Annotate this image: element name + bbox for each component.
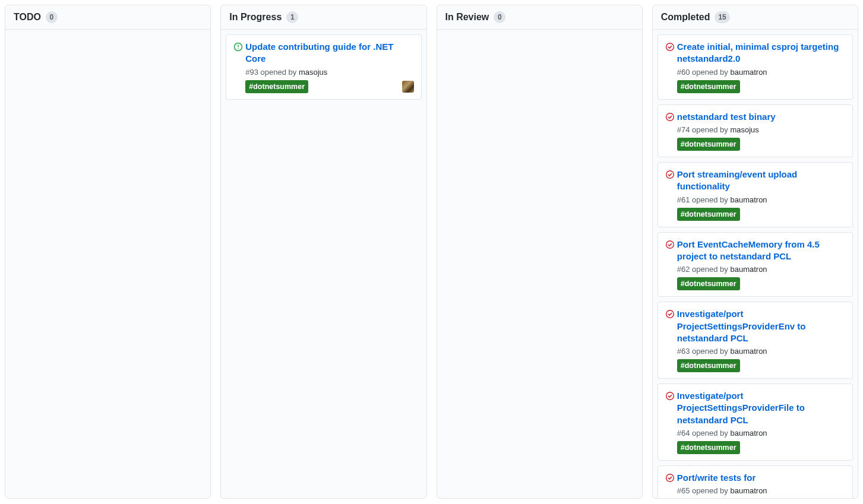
issue-author[interactable]: baumatron — [730, 347, 767, 356]
board-column: Completed15Create initial, minimal cspro… — [652, 5, 858, 499]
meta-prefix: opened by — [692, 347, 728, 356]
issue-meta: #74 opened by masojus — [677, 125, 845, 134]
label-row: #dotnetsummer — [245, 80, 413, 93]
issue-author[interactable]: baumatron — [730, 265, 767, 274]
svg-point-2 — [238, 48, 239, 49]
column-body — [5, 29, 210, 498]
issue-meta: #62 opened by baumatron — [677, 265, 845, 274]
issue-label[interactable]: #dotnetsummer — [677, 138, 740, 151]
label-row: #dotnetsummer — [677, 208, 845, 221]
issue-author[interactable]: masojus — [299, 68, 327, 77]
meta-prefix: opened by — [692, 195, 728, 204]
column-title: In Review — [445, 12, 489, 23]
column-title: TODO — [14, 12, 41, 23]
issue-title-link[interactable]: Port EventCacheMemory from 4.5 project t… — [677, 239, 820, 261]
board-column: In Progress1Update contributing guide fo… — [220, 5, 426, 499]
meta-prefix: opened by — [692, 429, 728, 438]
label-row: #dotnetsummer — [677, 80, 845, 93]
issue-author[interactable]: masojus — [730, 125, 758, 134]
issue-title-link[interactable]: Port streaming/event upload functionalit… — [677, 169, 798, 191]
column-body: Update contributing guide for .NET Core#… — [221, 29, 426, 498]
issue-title-link[interactable]: netstandard test binary — [677, 112, 776, 122]
issue-number: #64 — [677, 429, 690, 438]
meta-prefix: opened by — [692, 68, 728, 77]
issue-card[interactable]: Update contributing guide for .NET Core#… — [226, 34, 421, 100]
issue-meta: #93 opened by masojus — [245, 68, 413, 77]
meta-prefix: opened by — [692, 125, 728, 134]
column-body — [437, 29, 642, 498]
issue-author[interactable]: baumatron — [730, 429, 767, 438]
label-row: #dotnetsummer — [677, 441, 845, 454]
issue-open-icon — [233, 42, 245, 52]
column-title: In Progress — [229, 12, 282, 23]
issue-card[interactable]: Port EventCacheMemory from 4.5 project t… — [657, 232, 853, 297]
issue-author[interactable]: baumatron — [730, 195, 767, 204]
board-column: In Review0 — [437, 5, 643, 499]
issue-card[interactable]: Investigate/port ProjectSettingsProvider… — [657, 302, 853, 379]
issue-number: #63 — [677, 347, 690, 356]
column-header: In Progress1 — [221, 5, 426, 29]
issue-number: #93 — [245, 68, 258, 77]
issue-card[interactable]: Port/write tests for#65 opened by baumat… — [657, 465, 853, 498]
issue-number: #61 — [677, 195, 690, 204]
issue-number: #74 — [677, 125, 690, 134]
issue-card[interactable]: Create initial, minimal csproj targeting… — [657, 34, 853, 100]
issue-number: #60 — [677, 68, 690, 77]
issue-closed-icon — [665, 391, 677, 401]
issue-closed-icon — [665, 170, 677, 179]
issue-author[interactable]: baumatron — [730, 486, 767, 495]
issue-title-link[interactable]: Investigate/port ProjectSettingsProvider… — [677, 309, 806, 343]
issue-meta: #60 opened by baumatron — [677, 68, 845, 77]
column-count-badge: 1 — [286, 11, 298, 23]
issue-number: #65 — [677, 486, 690, 495]
column-body[interactable]: Create initial, minimal csproj targeting… — [653, 29, 858, 498]
label-row: #dotnetsummer — [677, 359, 845, 372]
issue-meta: #61 opened by baumatron — [677, 195, 845, 204]
issue-label[interactable]: #dotnetsummer — [677, 80, 740, 93]
meta-prefix: opened by — [261, 68, 297, 77]
issue-label[interactable]: #dotnetsummer — [677, 359, 740, 372]
issue-label[interactable]: #dotnetsummer — [677, 441, 740, 454]
issue-closed-icon — [665, 240, 677, 249]
column-count-badge: 0 — [46, 11, 58, 23]
issue-label[interactable]: #dotnetsummer — [677, 208, 740, 221]
issue-author[interactable]: baumatron — [730, 68, 767, 77]
issue-closed-icon — [665, 112, 677, 122]
issue-label[interactable]: #dotnetsummer — [245, 80, 308, 93]
issue-number: #62 — [677, 265, 690, 274]
issue-closed-icon — [665, 473, 677, 483]
issue-label[interactable]: #dotnetsummer — [677, 277, 740, 290]
board-column: TODO0 — [5, 5, 211, 499]
meta-prefix: opened by — [692, 265, 728, 274]
column-count-badge: 0 — [494, 11, 505, 23]
assignee-avatar[interactable] — [402, 81, 414, 93]
issue-title-link[interactable]: Update contributing guide for .NET Core — [245, 42, 393, 64]
project-board: TODO0In Progress1Update contributing gui… — [5, 5, 858, 499]
issue-meta: #64 opened by baumatron — [677, 429, 845, 438]
issue-title-link[interactable]: Investigate/port ProjectSettingsProvider… — [677, 391, 805, 425]
label-row: #dotnetsummer — [677, 277, 845, 290]
issue-card[interactable]: Port streaming/event upload functionalit… — [657, 162, 853, 227]
issue-meta: #65 opened by baumatron — [677, 486, 845, 495]
column-header: In Review0 — [437, 5, 642, 29]
issue-title-link[interactable]: Create initial, minimal csproj targeting… — [677, 42, 839, 64]
meta-prefix: opened by — [692, 486, 728, 495]
column-title: Completed — [661, 12, 710, 23]
column-header: Completed15 — [653, 5, 858, 29]
issue-closed-icon — [665, 309, 677, 319]
issue-card[interactable]: Investigate/port ProjectSettingsProvider… — [657, 383, 853, 461]
column-header: TODO0 — [5, 5, 210, 29]
column-count-badge: 15 — [715, 11, 729, 23]
label-row: #dotnetsummer — [677, 138, 845, 151]
issue-closed-icon — [665, 42, 677, 52]
issue-meta: #63 opened by baumatron — [677, 347, 845, 356]
issue-title-link[interactable]: Port/write tests for — [677, 473, 756, 483]
issue-card[interactable]: netstandard test binary#74 opened by mas… — [657, 104, 853, 157]
